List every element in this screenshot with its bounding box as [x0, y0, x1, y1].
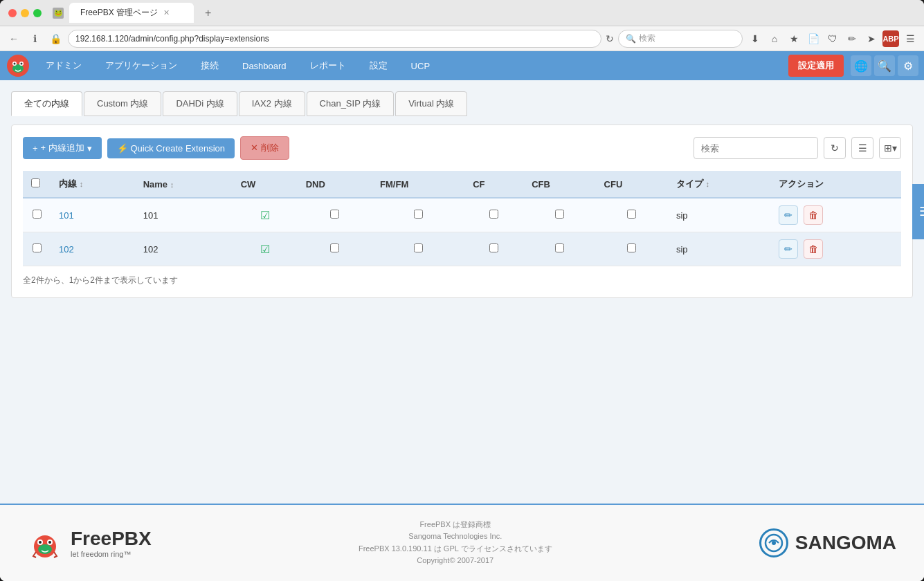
row2-dnd-checkbox[interactable]: [330, 243, 339, 252]
apply-settings-button[interactable]: 設定適用: [788, 55, 844, 77]
reader-icon[interactable]: 📄: [805, 30, 822, 47]
nav-item-applications[interactable]: アプリケーション: [94, 54, 188, 77]
table-row: 101 101 ☑: [23, 198, 901, 232]
col-cfu: CFU: [596, 171, 668, 198]
row1-cf: [464, 198, 523, 232]
row1-name: 101: [135, 198, 233, 232]
sidebar-tab[interactable]: ☰: [912, 184, 924, 239]
maximize-button[interactable]: [33, 9, 42, 17]
row1-dnd-checkbox[interactable]: [330, 210, 339, 219]
col-name[interactable]: Name: [135, 171, 233, 198]
footer-copyright-1: FreePBX は登録商標: [359, 519, 552, 531]
row2-checkbox-cell: [23, 232, 51, 266]
search-nav-icon[interactable]: 🔍: [874, 55, 895, 76]
footer-center: FreePBX は登録商標 Sangoma Technologies Inc. …: [359, 519, 552, 567]
tab-close-icon[interactable]: ✕: [163, 8, 170, 17]
translate-icon[interactable]: 🌐: [851, 55, 871, 76]
browser-tab[interactable]: FreePBX 管理ページ ✕: [69, 3, 194, 23]
search-input[interactable]: [694, 137, 818, 159]
nav-item-admin[interactable]: アドミン: [35, 54, 93, 77]
info-button[interactable]: ℹ: [26, 30, 43, 47]
list-view-button[interactable]: ☰: [851, 137, 873, 159]
row2-cfu-checkbox[interactable]: [627, 243, 636, 252]
row1-checkbox-cell: [23, 198, 51, 232]
footer-copyright-3: FreePBX 13.0.190.11 は GPL でライセンスされています: [359, 543, 552, 555]
col-type[interactable]: タイプ: [668, 171, 770, 198]
extensions-table: 内線 Name CW DND FM/FM CF CFB CFU: [23, 171, 901, 266]
col-extension[interactable]: 内線: [51, 171, 135, 198]
tab-all-extensions[interactable]: 全ての内線: [11, 91, 82, 116]
row1-delete-button[interactable]: 🗑: [804, 205, 823, 225]
row2-delete-button[interactable]: 🗑: [804, 239, 823, 259]
browser-search-bar[interactable]: 🔍 検索: [618, 30, 743, 48]
table-body: 101 101 ☑: [23, 198, 901, 266]
tab-virtual-extensions[interactable]: Virtual 内線: [395, 91, 467, 116]
nav-item-reports[interactable]: レポート: [299, 54, 357, 77]
adblock-button[interactable]: ABP: [882, 30, 899, 47]
refresh-button[interactable]: ↻: [824, 137, 846, 159]
freepbx-logo: [6, 53, 30, 78]
tab-custom-extensions[interactable]: Custom 内線: [84, 91, 161, 116]
footer-freepbx-label: FreePBX: [71, 528, 152, 550]
nav-item-connectivity[interactable]: 接続: [190, 54, 230, 77]
minimize-button[interactable]: [21, 9, 29, 17]
row1-cfb-checkbox[interactable]: [555, 210, 564, 219]
menu-icon[interactable]: ☰: [902, 30, 918, 47]
row1-edit-button[interactable]: ✏: [779, 205, 798, 225]
row2-cw-check: ☑: [260, 243, 270, 255]
row1-fmfm-checkbox[interactable]: [414, 210, 423, 219]
row1-cw: ☑: [233, 198, 298, 232]
table-header-row: 内線 Name CW DND FM/FM CF CFB CFU: [23, 171, 901, 198]
address-bar[interactable]: 192.168.1.120/admin/config.php?display=e…: [68, 30, 601, 48]
footer-copyright-2: Sangoma Technologies Inc.: [359, 531, 552, 543]
new-tab-button[interactable]: +: [199, 4, 217, 22]
row2-extension-link[interactable]: 102: [59, 244, 74, 255]
home-icon[interactable]: ⌂: [766, 30, 783, 47]
share-icon[interactable]: ➤: [863, 30, 880, 47]
reload-button[interactable]: ↻: [606, 33, 614, 44]
quick-create-button[interactable]: ⚡ Quick Create Extension: [107, 138, 235, 158]
select-all-checkbox[interactable]: [31, 178, 40, 187]
row1-cfb: [523, 198, 595, 232]
add-extension-button[interactable]: + + 内線追加 ▾: [23, 137, 102, 159]
nav-item-settings[interactable]: 設定: [359, 54, 399, 77]
tab-dahdi-extensions[interactable]: DAHDi 内線: [163, 91, 237, 116]
browser-window: 🐸 FreePBX 管理ページ ✕ + ← ℹ 🔒 192.168.1.120/…: [0, 0, 924, 581]
browser-titlebar: 🐸 FreePBX 管理ページ ✕ +: [0, 0, 924, 26]
tab-chansip-extensions[interactable]: Chan_SIP 内線: [307, 91, 395, 116]
app-navbar: アドミン アプリケーション 接続 Dashboard レポート 設定 UCP 設…: [0, 51, 924, 80]
row1-fmfm: [372, 198, 464, 232]
tab-iax2-extensions[interactable]: IAX2 内線: [239, 91, 305, 116]
row2-cf-checkbox[interactable]: [489, 243, 498, 252]
nav-item-dashboard[interactable]: Dashboard: [231, 55, 298, 77]
row2-cfu: [596, 232, 668, 266]
settings-gear-icon[interactable]: ⚙: [898, 55, 918, 76]
panel-toolbar: + + 内線追加 ▾ ⚡ Quick Create Extension ✕ 削除…: [23, 136, 901, 160]
row2-cfb-checkbox[interactable]: [555, 243, 564, 252]
row1-extension-link[interactable]: 101: [59, 210, 74, 221]
row1-extension: 101: [51, 198, 135, 232]
lock-button[interactable]: 🔒: [47, 30, 64, 47]
address-text: 192.168.1.120/admin/config.php?display=e…: [75, 34, 594, 44]
delete-label: ✕ 削除: [251, 142, 279, 154]
col-fmfm: FM/FM: [372, 171, 464, 198]
row1-checkbox[interactable]: [33, 210, 42, 219]
sangoma-label: SANGOMA: [795, 532, 896, 554]
close-button[interactable]: [8, 9, 17, 17]
bookmark-icon[interactable]: ★: [786, 30, 802, 47]
delete-button[interactable]: ✕ 削除: [240, 136, 289, 160]
sidebar-tab-icon: ☰: [919, 204, 924, 219]
row2-edit-button[interactable]: ✏: [779, 239, 798, 259]
download-icon[interactable]: ⬇: [747, 30, 763, 47]
row2-extension: 102: [51, 232, 135, 266]
back-button[interactable]: ←: [6, 30, 22, 47]
col-cw: CW: [233, 171, 298, 198]
row2-checkbox[interactable]: [33, 243, 42, 252]
nav-item-ucp[interactable]: UCP: [400, 55, 441, 77]
row1-cf-checkbox[interactable]: [489, 210, 498, 219]
row1-cfu-checkbox[interactable]: [627, 210, 636, 219]
shield-icon[interactable]: 🛡: [824, 30, 841, 47]
grid-view-button[interactable]: ⊞▾: [879, 137, 901, 159]
row2-fmfm-checkbox[interactable]: [414, 243, 423, 252]
edit-icon[interactable]: ✏: [844, 30, 860, 47]
